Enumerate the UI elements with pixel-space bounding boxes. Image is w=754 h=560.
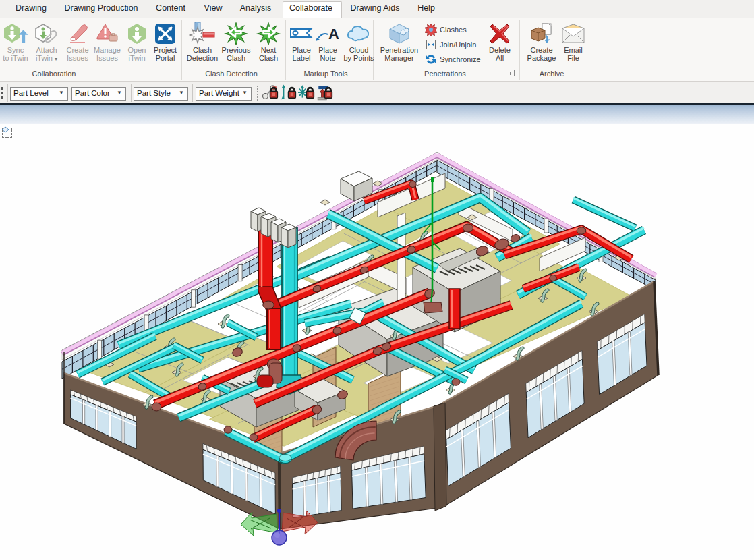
svg-text:A: A [328,26,339,43]
